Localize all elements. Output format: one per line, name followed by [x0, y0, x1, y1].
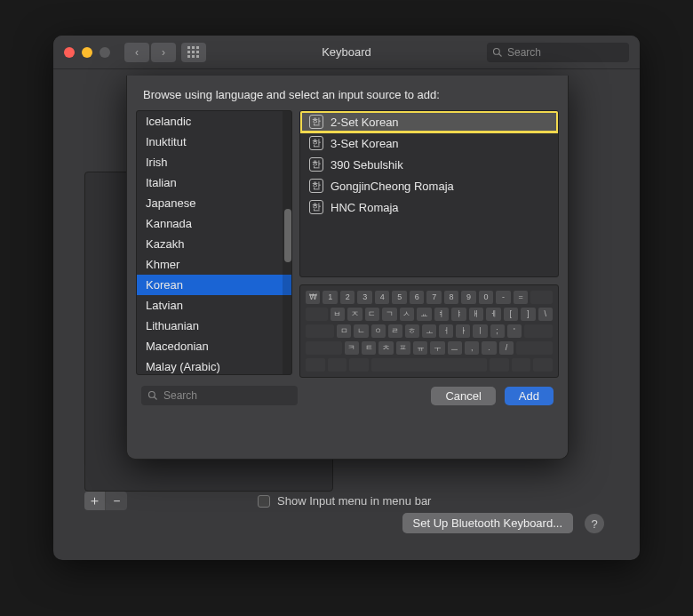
hangul-icon: 한 [309, 179, 323, 193]
input-source-label: 3-Set Korean [331, 137, 399, 150]
language-item[interactable]: Korean [137, 275, 291, 295]
language-item[interactable]: Latvian [137, 295, 291, 316]
hangul-icon: 한 [309, 157, 323, 172]
key: \ [538, 308, 553, 321]
language-item[interactable]: Macedonian [137, 336, 291, 356]
key: 0 [479, 291, 493, 304]
svg-rect-3 [187, 51, 190, 53]
key: ㅐ [469, 308, 483, 321]
key: ㅋ [345, 341, 359, 355]
nav-back-forward: ‹ › [124, 43, 176, 62]
svg-line-12 [155, 397, 157, 400]
input-source-label: HNC Romaja [331, 201, 399, 214]
key: ㅕ [434, 308, 449, 321]
input-source-item[interactable]: 한390 Sebulshik [300, 154, 558, 175]
key: ㅏ [456, 324, 470, 338]
show-input-menu-checkbox[interactable] [258, 495, 270, 508]
key: 2 [340, 291, 354, 304]
language-item[interactable]: Khmer [137, 254, 291, 275]
svg-rect-4 [192, 51, 195, 53]
language-list[interactable]: IcelandicInuktitutIrishItalianJapaneseKa… [136, 110, 292, 375]
key: 8 [444, 291, 458, 304]
key: ㅂ [331, 308, 345, 321]
key: ㄱ [382, 308, 396, 321]
input-source-item[interactable]: 한2-Set Korean [300, 111, 558, 132]
language-item[interactable]: Lithuanian [137, 316, 291, 336]
key: 4 [375, 291, 389, 304]
key: ; [490, 324, 505, 338]
key: / [499, 341, 514, 355]
language-item[interactable]: Japanese [137, 193, 291, 213]
language-item[interactable]: Irish [137, 152, 291, 172]
minimize-window-button[interactable] [82, 47, 92, 58]
language-item[interactable]: Malay (Arabic) [137, 356, 291, 374]
add-source-button[interactable]: ＋ [84, 492, 106, 510]
hangul-icon: 한 [309, 136, 323, 150]
help-button[interactable]: ? [585, 514, 604, 533]
key: ㅛ [417, 308, 431, 321]
setup-bluetooth-keyboard-button[interactable]: Set Up Bluetooth Keyboard... [402, 513, 573, 533]
cancel-button[interactable]: Cancel [431, 387, 495, 405]
hangul-icon: 한 [309, 200, 323, 214]
add-button[interactable]: Add [505, 387, 554, 405]
input-source-label: 390 Sebulshik [331, 158, 403, 172]
input-source-label: 2-Set Korean [331, 116, 399, 129]
key: ] [521, 308, 535, 321]
show-input-menu-row: Show Input menu in menu bar [258, 494, 431, 508]
key: ㄴ [354, 324, 368, 338]
input-source-item[interactable]: 한GongjinCheong Romaja [300, 175, 558, 196]
input-source-item[interactable]: 한HNC Romaja [300, 196, 558, 218]
remove-source-button[interactable]: － [106, 492, 127, 510]
svg-rect-0 [187, 46, 190, 49]
key: ㄷ [365, 308, 379, 321]
input-source-label: GongjinCheong Romaja [331, 180, 454, 193]
key: ㅜ [430, 341, 444, 355]
search-icon [147, 390, 158, 401]
traffic-lights [64, 47, 110, 58]
key: ㅠ [413, 341, 427, 355]
sheet-prompt: Browse using language and select an inpu… [127, 76, 568, 110]
input-source-item[interactable]: 한3-Set Korean [300, 132, 558, 154]
language-item[interactable]: Inuktitut [137, 132, 291, 152]
add-remove-bar: ＋ － [84, 492, 127, 510]
show-all-button[interactable] [181, 43, 206, 62]
key: ㅇ [371, 324, 386, 338]
titlebar: ‹ › Keyboard Search [53, 36, 640, 69]
forward-button[interactable]: › [151, 43, 176, 62]
key: [ [504, 308, 518, 321]
language-item[interactable]: Kazakh [137, 234, 291, 254]
svg-rect-5 [196, 51, 199, 53]
key: ㅎ [405, 324, 419, 338]
key: ㅌ [362, 341, 376, 355]
preferences-window: ‹ › Keyboard Search 🇺🇸 ＋ － Show Input me… [53, 36, 640, 560]
key: . [482, 341, 496, 355]
key: ㅈ [347, 308, 362, 321]
key: ㅣ [473, 324, 487, 338]
key: 6 [410, 291, 424, 304]
zoom-window-button[interactable] [100, 47, 110, 58]
svg-line-10 [499, 53, 502, 56]
key: ㅁ [337, 324, 351, 338]
close-window-button[interactable] [64, 47, 75, 58]
scrollbar-thumb[interactable] [284, 209, 291, 262]
key: 7 [426, 291, 441, 304]
key: 3 [357, 291, 371, 304]
add-input-source-sheet: Browse using language and select an inpu… [126, 76, 569, 460]
input-source-list[interactable]: 한2-Set Korean한3-Set Korean한390 Sebulshik… [299, 110, 559, 277]
toolbar-search[interactable]: Search [487, 43, 629, 62]
language-item[interactable]: Italian [137, 172, 291, 193]
sheet-search[interactable]: Search [141, 386, 298, 405]
hangul-icon: 한 [309, 115, 323, 129]
key: = [514, 291, 528, 304]
key: ㅗ [422, 324, 436, 338]
key: 5 [392, 291, 406, 304]
language-item[interactable]: Kannada [137, 213, 291, 234]
back-button[interactable]: ‹ [124, 43, 149, 62]
sheet-search-placeholder: Search [163, 389, 197, 402]
key: ' [507, 324, 522, 338]
key: 1 [323, 291, 337, 304]
key: ㅡ [448, 341, 462, 355]
svg-rect-1 [192, 46, 195, 49]
language-item[interactable]: Icelandic [137, 111, 291, 132]
svg-rect-6 [187, 55, 190, 58]
